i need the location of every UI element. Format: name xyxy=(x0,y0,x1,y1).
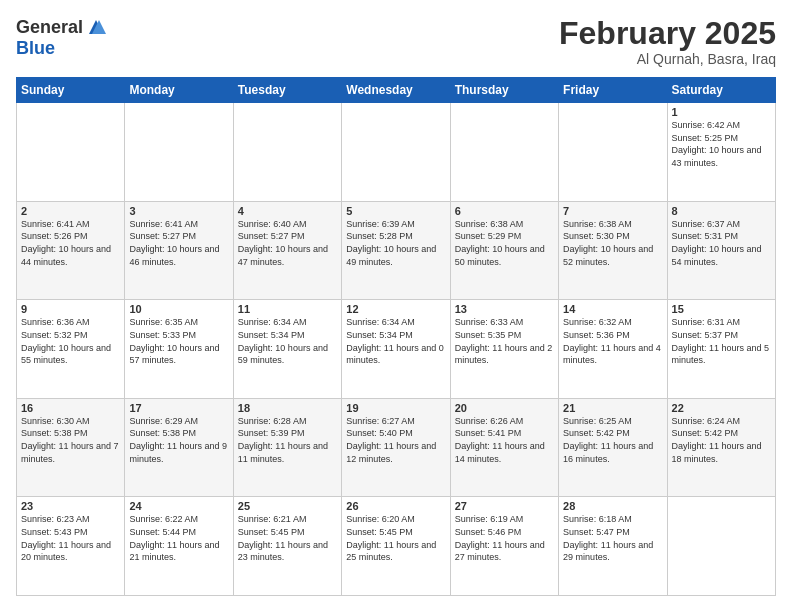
calendar-cell: 12Sunrise: 6:34 AM Sunset: 5:34 PM Dayli… xyxy=(342,300,450,399)
day-info: Sunrise: 6:31 AM Sunset: 5:37 PM Dayligh… xyxy=(672,316,771,366)
calendar-cell: 20Sunrise: 6:26 AM Sunset: 5:41 PM Dayli… xyxy=(450,398,558,497)
day-info: Sunrise: 6:41 AM Sunset: 5:27 PM Dayligh… xyxy=(129,218,228,268)
calendar-cell: 5Sunrise: 6:39 AM Sunset: 5:28 PM Daylig… xyxy=(342,201,450,300)
calendar-cell: 17Sunrise: 6:29 AM Sunset: 5:38 PM Dayli… xyxy=(125,398,233,497)
day-number: 4 xyxy=(238,205,337,217)
calendar-cell: 27Sunrise: 6:19 AM Sunset: 5:46 PM Dayli… xyxy=(450,497,558,596)
month-title: February 2025 xyxy=(559,16,776,51)
header-tuesday: Tuesday xyxy=(233,78,341,103)
day-info: Sunrise: 6:38 AM Sunset: 5:30 PM Dayligh… xyxy=(563,218,662,268)
calendar-cell: 1Sunrise: 6:42 AM Sunset: 5:25 PM Daylig… xyxy=(667,103,775,202)
location: Al Qurnah, Basra, Iraq xyxy=(559,51,776,67)
calendar-cell xyxy=(450,103,558,202)
day-number: 18 xyxy=(238,402,337,414)
day-number: 15 xyxy=(672,303,771,315)
calendar-cell: 9Sunrise: 6:36 AM Sunset: 5:32 PM Daylig… xyxy=(17,300,125,399)
calendar: Sunday Monday Tuesday Wednesday Thursday… xyxy=(16,77,776,596)
calendar-cell: 11Sunrise: 6:34 AM Sunset: 5:34 PM Dayli… xyxy=(233,300,341,399)
day-info: Sunrise: 6:25 AM Sunset: 5:42 PM Dayligh… xyxy=(563,415,662,465)
calendar-cell: 10Sunrise: 6:35 AM Sunset: 5:33 PM Dayli… xyxy=(125,300,233,399)
calendar-cell: 18Sunrise: 6:28 AM Sunset: 5:39 PM Dayli… xyxy=(233,398,341,497)
logo-general-text: General xyxy=(16,17,83,38)
calendar-cell xyxy=(17,103,125,202)
day-number: 17 xyxy=(129,402,228,414)
day-number: 11 xyxy=(238,303,337,315)
logo: General Blue xyxy=(16,16,107,59)
day-number: 26 xyxy=(346,500,445,512)
day-info: Sunrise: 6:34 AM Sunset: 5:34 PM Dayligh… xyxy=(346,316,445,366)
day-number: 20 xyxy=(455,402,554,414)
logo-text: General xyxy=(16,16,107,38)
day-number: 9 xyxy=(21,303,120,315)
day-number: 24 xyxy=(129,500,228,512)
calendar-cell: 22Sunrise: 6:24 AM Sunset: 5:42 PM Dayli… xyxy=(667,398,775,497)
calendar-cell: 6Sunrise: 6:38 AM Sunset: 5:29 PM Daylig… xyxy=(450,201,558,300)
day-info: Sunrise: 6:21 AM Sunset: 5:45 PM Dayligh… xyxy=(238,513,337,563)
day-number: 13 xyxy=(455,303,554,315)
day-info: Sunrise: 6:20 AM Sunset: 5:45 PM Dayligh… xyxy=(346,513,445,563)
header-friday: Friday xyxy=(559,78,667,103)
day-number: 25 xyxy=(238,500,337,512)
week-row-3: 16Sunrise: 6:30 AM Sunset: 5:38 PM Dayli… xyxy=(17,398,776,497)
day-info: Sunrise: 6:39 AM Sunset: 5:28 PM Dayligh… xyxy=(346,218,445,268)
day-number: 1 xyxy=(672,106,771,118)
header-right: February 2025 Al Qurnah, Basra, Iraq xyxy=(559,16,776,67)
day-info: Sunrise: 6:27 AM Sunset: 5:40 PM Dayligh… xyxy=(346,415,445,465)
day-number: 3 xyxy=(129,205,228,217)
day-info: Sunrise: 6:23 AM Sunset: 5:43 PM Dayligh… xyxy=(21,513,120,563)
day-info: Sunrise: 6:24 AM Sunset: 5:42 PM Dayligh… xyxy=(672,415,771,465)
calendar-cell: 15Sunrise: 6:31 AM Sunset: 5:37 PM Dayli… xyxy=(667,300,775,399)
header-monday: Monday xyxy=(125,78,233,103)
day-info: Sunrise: 6:34 AM Sunset: 5:34 PM Dayligh… xyxy=(238,316,337,366)
calendar-cell: 23Sunrise: 6:23 AM Sunset: 5:43 PM Dayli… xyxy=(17,497,125,596)
week-row-4: 23Sunrise: 6:23 AM Sunset: 5:43 PM Dayli… xyxy=(17,497,776,596)
day-info: Sunrise: 6:26 AM Sunset: 5:41 PM Dayligh… xyxy=(455,415,554,465)
day-info: Sunrise: 6:19 AM Sunset: 5:46 PM Dayligh… xyxy=(455,513,554,563)
day-number: 8 xyxy=(672,205,771,217)
day-info: Sunrise: 6:37 AM Sunset: 5:31 PM Dayligh… xyxy=(672,218,771,268)
calendar-cell: 16Sunrise: 6:30 AM Sunset: 5:38 PM Dayli… xyxy=(17,398,125,497)
day-info: Sunrise: 6:18 AM Sunset: 5:47 PM Dayligh… xyxy=(563,513,662,563)
day-info: Sunrise: 6:41 AM Sunset: 5:26 PM Dayligh… xyxy=(21,218,120,268)
day-number: 7 xyxy=(563,205,662,217)
day-number: 23 xyxy=(21,500,120,512)
logo-icon xyxy=(85,16,107,38)
calendar-cell: 4Sunrise: 6:40 AM Sunset: 5:27 PM Daylig… xyxy=(233,201,341,300)
header-wednesday: Wednesday xyxy=(342,78,450,103)
calendar-cell: 21Sunrise: 6:25 AM Sunset: 5:42 PM Dayli… xyxy=(559,398,667,497)
day-number: 16 xyxy=(21,402,120,414)
day-number: 12 xyxy=(346,303,445,315)
logo-blue-text: Blue xyxy=(16,38,55,59)
week-row-2: 9Sunrise: 6:36 AM Sunset: 5:32 PM Daylig… xyxy=(17,300,776,399)
calendar-cell: 28Sunrise: 6:18 AM Sunset: 5:47 PM Dayli… xyxy=(559,497,667,596)
day-info: Sunrise: 6:42 AM Sunset: 5:25 PM Dayligh… xyxy=(672,119,771,169)
calendar-cell: 25Sunrise: 6:21 AM Sunset: 5:45 PM Dayli… xyxy=(233,497,341,596)
header: General Blue February 2025 Al Qurnah, Ba… xyxy=(16,16,776,67)
day-number: 19 xyxy=(346,402,445,414)
header-saturday: Saturday xyxy=(667,78,775,103)
weekday-header-row: Sunday Monday Tuesday Wednesday Thursday… xyxy=(17,78,776,103)
day-number: 6 xyxy=(455,205,554,217)
calendar-cell: 3Sunrise: 6:41 AM Sunset: 5:27 PM Daylig… xyxy=(125,201,233,300)
calendar-cell: 8Sunrise: 6:37 AM Sunset: 5:31 PM Daylig… xyxy=(667,201,775,300)
day-info: Sunrise: 6:36 AM Sunset: 5:32 PM Dayligh… xyxy=(21,316,120,366)
day-info: Sunrise: 6:22 AM Sunset: 5:44 PM Dayligh… xyxy=(129,513,228,563)
day-info: Sunrise: 6:32 AM Sunset: 5:36 PM Dayligh… xyxy=(563,316,662,366)
calendar-cell xyxy=(342,103,450,202)
day-number: 27 xyxy=(455,500,554,512)
day-number: 22 xyxy=(672,402,771,414)
header-thursday: Thursday xyxy=(450,78,558,103)
calendar-cell: 13Sunrise: 6:33 AM Sunset: 5:35 PM Dayli… xyxy=(450,300,558,399)
day-info: Sunrise: 6:29 AM Sunset: 5:38 PM Dayligh… xyxy=(129,415,228,465)
day-info: Sunrise: 6:28 AM Sunset: 5:39 PM Dayligh… xyxy=(238,415,337,465)
calendar-cell: 24Sunrise: 6:22 AM Sunset: 5:44 PM Dayli… xyxy=(125,497,233,596)
week-row-1: 2Sunrise: 6:41 AM Sunset: 5:26 PM Daylig… xyxy=(17,201,776,300)
page: General Blue February 2025 Al Qurnah, Ba… xyxy=(0,0,792,612)
calendar-cell: 7Sunrise: 6:38 AM Sunset: 5:30 PM Daylig… xyxy=(559,201,667,300)
day-info: Sunrise: 6:38 AM Sunset: 5:29 PM Dayligh… xyxy=(455,218,554,268)
calendar-cell xyxy=(125,103,233,202)
day-number: 5 xyxy=(346,205,445,217)
day-info: Sunrise: 6:30 AM Sunset: 5:38 PM Dayligh… xyxy=(21,415,120,465)
day-info: Sunrise: 6:33 AM Sunset: 5:35 PM Dayligh… xyxy=(455,316,554,366)
day-number: 28 xyxy=(563,500,662,512)
